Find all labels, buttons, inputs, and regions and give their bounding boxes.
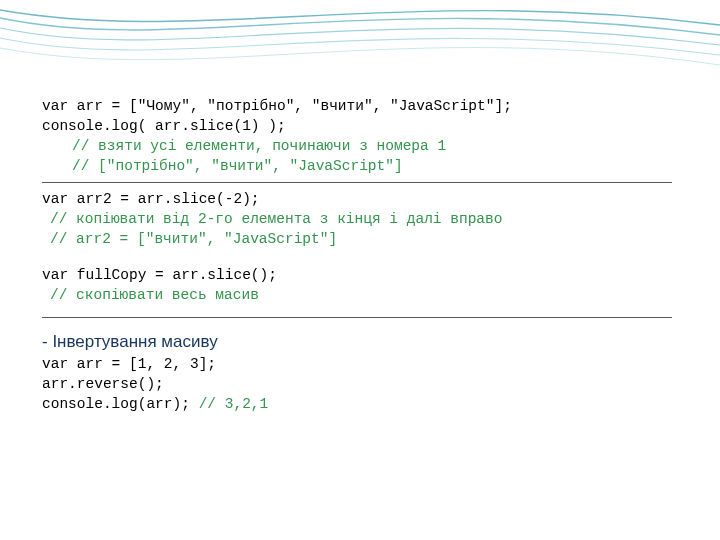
code-text: console.log(arr); bbox=[42, 396, 199, 412]
code-comment: // скопіювати весь масив bbox=[42, 285, 682, 305]
code-comment: // взяти усі елементи, починаючи з номер… bbox=[42, 136, 682, 156]
code-block-2: var arr2 = arr.slice(-2); // копіювати в… bbox=[42, 189, 682, 249]
code-block-4: var arr = [1, 2, 3]; arr.reverse(); cons… bbox=[42, 354, 682, 414]
divider bbox=[42, 182, 672, 183]
slide-content: var arr = ["Чому", "потрібно", "вчити", … bbox=[42, 96, 682, 416]
code-line: var arr = ["Чому", "потрібно", "вчити", … bbox=[42, 96, 682, 116]
code-comment: // копіювати від 2-го елемента з кінця і… bbox=[42, 209, 682, 229]
spacer bbox=[42, 251, 682, 265]
code-comment: // arr2 = ["вчити", "JavaScript"] bbox=[42, 229, 682, 249]
code-block-1: var arr = ["Чому", "потрібно", "вчити", … bbox=[42, 96, 682, 176]
spacer bbox=[42, 307, 682, 311]
code-line: arr.reverse(); bbox=[42, 374, 682, 394]
divider bbox=[42, 317, 672, 318]
code-line: var arr = [1, 2, 3]; bbox=[42, 354, 682, 374]
decorative-waves bbox=[0, 0, 720, 90]
code-line: console.log(arr); // 3,2,1 bbox=[42, 394, 682, 414]
code-comment: // ["потрібно", "вчити", "JavaScript"] bbox=[42, 156, 682, 176]
code-line: var arr2 = arr.slice(-2); bbox=[42, 189, 682, 209]
code-block-3: var fullCopy = arr.slice(); // скопіюват… bbox=[42, 265, 682, 305]
dash: - bbox=[42, 332, 52, 351]
spacer bbox=[42, 324, 682, 328]
code-line: var fullCopy = arr.slice(); bbox=[42, 265, 682, 285]
section-heading: - Інвертування масиву bbox=[42, 332, 682, 352]
heading-text: Інвертування масиву bbox=[52, 332, 217, 351]
code-line: console.log( arr.slice(1) ); bbox=[42, 116, 682, 136]
code-comment: // 3,2,1 bbox=[199, 396, 269, 412]
